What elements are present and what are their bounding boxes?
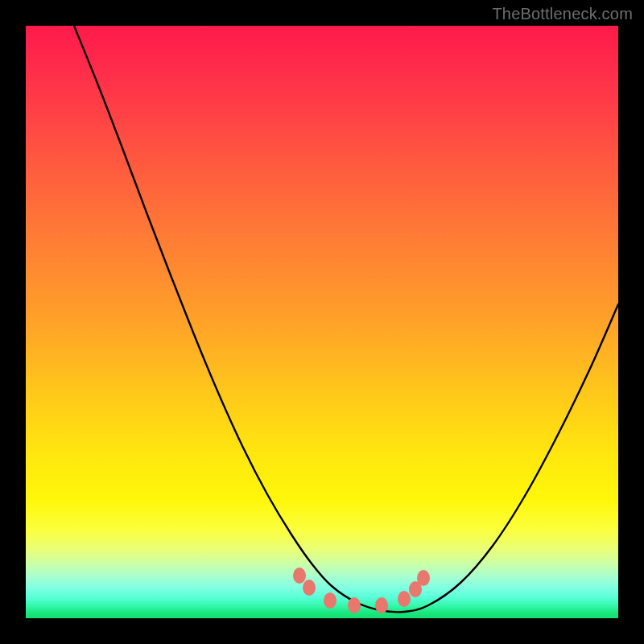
bottleneck-curve-svg [26,26,618,618]
curve-dot [303,580,316,596]
curve-dot [375,597,388,613]
curve-dot [398,591,411,607]
curve-dot [348,597,361,613]
curve-dot [417,570,430,586]
watermark-text: TheBottleneck.com [492,5,633,23]
curve-dot [293,568,306,584]
curve-dot [324,592,336,609]
plot-area [26,26,618,618]
bottleneck-curve [74,26,618,612]
curve-dots-group [293,568,430,613]
chart-frame: TheBottleneck.com [0,0,644,644]
